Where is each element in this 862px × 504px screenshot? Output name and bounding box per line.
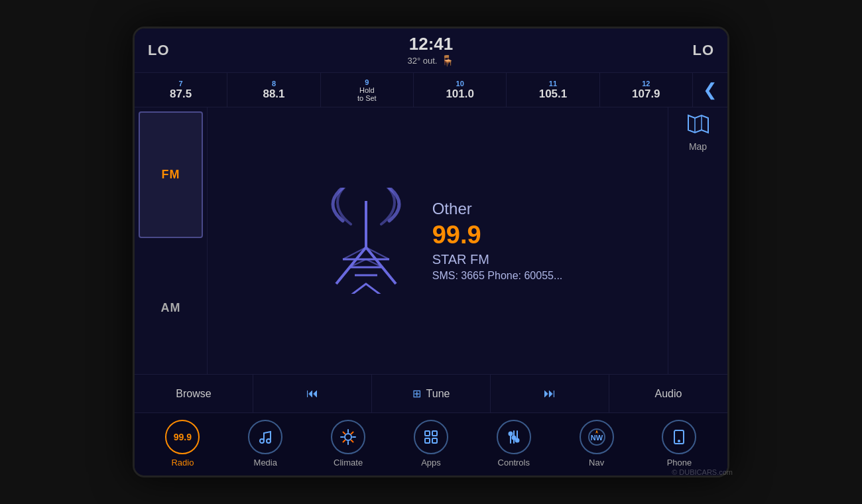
- map-label: Map: [689, 141, 707, 152]
- browse-button[interactable]: Browse: [135, 375, 253, 412]
- fm-button[interactable]: FM: [139, 111, 203, 238]
- phone-nav-icon: [662, 420, 696, 454]
- svg-line-2: [366, 247, 396, 284]
- svg-rect-17: [425, 438, 430, 443]
- svg-text:NW: NW: [590, 434, 603, 442]
- clock: 12:41: [409, 34, 454, 54]
- phone-nav-label: Phone: [667, 458, 692, 468]
- band-selector: FM AM: [135, 107, 208, 374]
- right-temp: LO: [692, 42, 714, 59]
- radio-tower-icon: [313, 188, 419, 294]
- apps-nav-label: Apps: [421, 458, 441, 468]
- right-sidebar: Map: [668, 107, 727, 374]
- nav-controls[interactable]: Controls: [487, 420, 540, 468]
- tune-grid-icon: ⊞: [412, 387, 421, 400]
- map-button[interactable]: Map: [687, 114, 709, 152]
- station-type: Other: [432, 200, 563, 218]
- preset-10[interactable]: 10 101.0: [414, 73, 507, 107]
- control-bar: Browse ⏮ ⊞ Tune ⏭ Audio: [135, 374, 727, 412]
- watermark: © DUBICARS.com: [672, 468, 733, 476]
- nav-apps[interactable]: Apps: [404, 420, 458, 468]
- station-display: Other 99.9 STAR FM SMS: 3665 Phone: 6005…: [208, 107, 668, 374]
- outside-temp-area: 32° out. 🪑: [408, 54, 455, 67]
- apps-nav-icon: [414, 420, 448, 454]
- station-info: Other 99.9 STAR FM SMS: 3665 Phone: 6005…: [432, 200, 563, 282]
- svg-rect-16: [432, 431, 437, 436]
- back-button[interactable]: ❮: [693, 73, 727, 107]
- nav-nav-label: Nav: [589, 458, 604, 468]
- preset-9-hold[interactable]: 9 Hold to Set: [321, 73, 414, 107]
- left-temp: LO: [148, 42, 170, 59]
- nav-phone[interactable]: Phone: [652, 420, 706, 468]
- nav-navigation[interactable]: NW Nav: [570, 420, 623, 468]
- nav-climate[interactable]: Climate: [322, 420, 375, 468]
- radio-nav-icon: 99.9: [165, 420, 200, 454]
- nav-media[interactable]: Media: [239, 420, 292, 468]
- radio-nav-label: Radio: [171, 458, 194, 468]
- station-name: STAR FM: [432, 252, 563, 267]
- prev-button[interactable]: ⏮: [253, 375, 372, 412]
- preset-7[interactable]: 7 87.5: [135, 73, 227, 107]
- map-icon: [687, 114, 709, 139]
- media-nav-label: Media: [254, 458, 277, 468]
- preset-12[interactable]: 12 107.9: [600, 73, 693, 107]
- climate-nav-icon: [331, 420, 365, 454]
- preset-11[interactable]: 11 105.1: [507, 73, 599, 107]
- station-frequency: 99.9: [432, 221, 563, 249]
- main-content: FM AM: [135, 107, 727, 374]
- controls-nav-icon: [497, 420, 531, 454]
- controls-nav-label: Controls: [498, 458, 530, 468]
- svg-rect-15: [425, 431, 430, 436]
- svg-point-21: [515, 439, 519, 442]
- svg-point-26: [678, 440, 680, 442]
- preset-8[interactable]: 8 88.1: [227, 73, 320, 107]
- outside-temp: 32° out.: [408, 56, 438, 66]
- svg-marker-10: [353, 284, 379, 294]
- status-bar: LO 12:41 32° out. 🪑 LO: [135, 29, 727, 73]
- heated-seat-icon: 🪑: [441, 54, 454, 67]
- audio-button[interactable]: Audio: [609, 375, 727, 412]
- svg-point-20: [512, 436, 515, 440]
- svg-point-14: [345, 434, 351, 440]
- next-button[interactable]: ⏭: [491, 375, 609, 412]
- infotainment-screen: LO 12:41 32° out. 🪑 LO 7 87.5 8 88.1 9 H…: [133, 27, 729, 477]
- media-nav-icon: [248, 420, 282, 454]
- nav-bar: 99.9 Radio Media: [135, 412, 727, 475]
- station-sms: SMS: 3665 Phone: 60055...: [432, 270, 563, 282]
- climate-nav-label: Climate: [334, 458, 363, 468]
- status-center: 12:41 32° out. 🪑: [408, 34, 455, 67]
- tune-button[interactable]: ⊞ Tune: [372, 375, 491, 412]
- preset-bar: 7 87.5 8 88.1 9 Hold to Set 10 101.0 11 …: [135, 73, 727, 107]
- svg-point-19: [509, 432, 512, 436]
- prev-icon: ⏮: [306, 387, 318, 401]
- svg-line-1: [336, 247, 366, 284]
- nav-nav-icon: NW: [580, 420, 614, 454]
- am-button[interactable]: AM: [139, 246, 203, 370]
- svg-marker-11: [688, 115, 708, 133]
- next-icon: ⏭: [544, 387, 556, 401]
- nav-radio[interactable]: 99.9 Radio: [156, 420, 209, 468]
- svg-rect-18: [432, 438, 437, 443]
